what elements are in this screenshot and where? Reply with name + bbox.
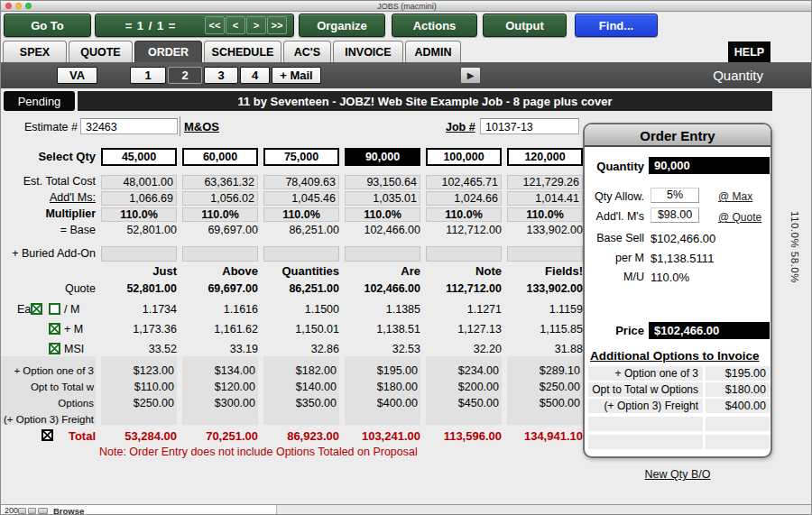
find-button[interactable]: Find... xyxy=(575,14,658,37)
module-tab-bar: SPEX QUOTE ORDER SCHEDULE AC'S INVOICE A… xyxy=(1,39,812,62)
oe-addl-ms-field[interactable]: $98.00 xyxy=(651,207,699,223)
est-total-cost-cell-5: 121,729.26 xyxy=(507,175,583,189)
status-toggle-icon[interactable] xyxy=(38,508,48,514)
oe-price-field[interactable]: $102,466.00 xyxy=(649,322,770,339)
per-m-cell-0: 1.1734 xyxy=(101,303,177,316)
multiplier-cell-2[interactable]: 110.0% xyxy=(263,207,339,222)
at-quote-link[interactable]: @ Quote xyxy=(718,211,761,224)
option2-row: $110.00$120.00$140.00$180.00$200.00$250.… xyxy=(1,379,592,395)
column-header-3: Are xyxy=(345,264,420,278)
estimate-number-field[interactable]: 32463 xyxy=(80,118,178,134)
per-m-cell-3: 1.1385 xyxy=(345,303,420,316)
first-record-button[interactable]: << xyxy=(205,16,225,34)
page-3-button[interactable]: 3 xyxy=(204,67,238,84)
buried-addon-cell-1[interactable] xyxy=(182,246,258,262)
option2-cell-5: $250.00 xyxy=(507,379,583,395)
msi-checkbox[interactable] xyxy=(49,343,60,354)
option3-cell-2: $350.00 xyxy=(263,395,339,411)
qty-option-1[interactable]: 60,000 xyxy=(182,148,258,166)
help-button[interactable]: HELP xyxy=(728,41,770,62)
quote-cell-0: 52,801.00 xyxy=(101,282,177,295)
option1-cell-5: $289.10 xyxy=(507,363,583,379)
quantity-mode-label: Quantity xyxy=(713,68,763,83)
option3-cell-5: $500.00 xyxy=(507,395,583,411)
per-m-checkbox[interactable] xyxy=(49,303,60,315)
buried-addon-cell-0[interactable] xyxy=(101,246,177,262)
play-button[interactable]: ▶ xyxy=(460,67,481,84)
multiplier-cell-5[interactable]: 110.0% xyxy=(507,207,583,222)
mos-link[interactable]: M&OS xyxy=(184,120,219,133)
multiplier-cell-1[interactable]: 110.0% xyxy=(182,207,258,222)
oe-option5-label xyxy=(588,435,703,449)
mode-selector[interactable]: Browse xyxy=(53,506,84,515)
go-to-button[interactable]: Go To xyxy=(4,14,91,37)
tab-admin[interactable]: ADMIN xyxy=(405,41,461,62)
at-max-link[interactable]: @ Max xyxy=(718,190,752,203)
qty-option-3[interactable]: 90,000 xyxy=(345,148,420,166)
qty-option-5[interactable]: 120,000 xyxy=(507,148,583,166)
qty-option-2[interactable]: 75,000 xyxy=(263,148,339,166)
page-1-button[interactable]: 1 xyxy=(130,67,166,84)
total-cell-3: 103,241.00 xyxy=(345,429,420,443)
actions-button[interactable]: Actions xyxy=(392,14,477,37)
option3-cell-4: $450.00 xyxy=(426,395,502,411)
multiplier-cell-0[interactable]: 110.0% xyxy=(101,207,177,222)
buried-addon-cell-2[interactable] xyxy=(263,246,339,262)
plus-m-cell-2: 1,150.01 xyxy=(263,323,339,336)
buried-addon-cell-5[interactable] xyxy=(507,246,583,262)
qty-option-4[interactable]: 100,000 xyxy=(426,148,502,166)
estimate-number-label: Estimate # xyxy=(1,121,78,133)
job-title-bar: 11 by Seventeen - JOBZ! Web Site Example… xyxy=(78,91,772,111)
column-header-2: Quantities xyxy=(263,264,339,278)
job-number-link[interactable]: Job # xyxy=(446,121,475,133)
per-m-cell-1: 1.1616 xyxy=(182,303,258,316)
oe-quantity-field[interactable]: 90,000 xyxy=(649,157,770,174)
total-row: Total 53,284.0070,251.0086,923.00103,241… xyxy=(1,429,592,443)
plus-m-cell-3: 1,138.51 xyxy=(345,323,420,336)
tab-order[interactable]: ORDER xyxy=(134,41,202,62)
mail-button[interactable]: + Mail xyxy=(272,67,321,84)
select-qty-row: Select Qty 45,00060,00075,00090,000100,0… xyxy=(1,148,592,166)
addl-ms-label[interactable]: Add'l Ms: xyxy=(1,191,96,204)
total-checkbox[interactable] xyxy=(42,429,53,441)
multiplier-cell-3[interactable]: 110.0% xyxy=(345,207,420,222)
additional-options-header: Additional Options to Invoice xyxy=(590,349,760,363)
zoom-level[interactable]: 200 xyxy=(5,506,18,515)
next-record-button[interactable]: > xyxy=(246,16,266,34)
job-number-field[interactable]: 10137-13 xyxy=(480,118,579,134)
tab-spex[interactable]: SPEX xyxy=(3,41,67,62)
option3-label: (+ Option 3) Freight xyxy=(1,411,96,428)
tab-acs[interactable]: AC'S xyxy=(283,41,331,62)
qty-option-0[interactable]: 45,000 xyxy=(101,148,177,166)
va-button[interactable]: VA xyxy=(57,67,97,84)
zoom-in-icon[interactable] xyxy=(28,508,36,514)
buried-addon-cell-3[interactable] xyxy=(345,246,420,262)
plus-m-checkbox[interactable] xyxy=(49,323,60,335)
page-2-button[interactable]: 2 xyxy=(168,67,202,84)
multiplier-cell-4[interactable]: 110.0% xyxy=(426,207,502,222)
zoom-out-icon[interactable] xyxy=(18,508,26,514)
organize-button[interactable]: Organize xyxy=(299,14,385,37)
last-record-button[interactable]: >> xyxy=(267,16,287,34)
option2-cell-4: $200.00 xyxy=(426,379,502,395)
column-header-row: JustAboveQuantitiesAreNoteFields! xyxy=(1,264,592,278)
tab-invoice[interactable]: INVOICE xyxy=(333,41,403,62)
page-4-button[interactable]: 4 xyxy=(240,67,270,84)
quote-row: Quote 52,801.0069,697.0086,251.00102,466… xyxy=(1,282,592,295)
ea-checkbox[interactable] xyxy=(31,303,42,315)
buried-addon-cell-4[interactable] xyxy=(426,246,502,262)
plus-m-cell-5: 1,115.85 xyxy=(507,323,583,336)
tab-schedule[interactable]: SCHEDULE xyxy=(204,41,281,62)
quote-cell-1: 69,697.00 xyxy=(182,282,258,295)
new-qty-bo-link[interactable]: New Qty B/O xyxy=(583,468,772,481)
option1-cell-1: $134.00 xyxy=(182,363,258,379)
oe-option5-value xyxy=(706,435,770,449)
output-button[interactable]: Output xyxy=(483,14,567,37)
previous-record-button[interactable]: < xyxy=(226,16,245,34)
record-nav-panel: = 1 / 1 = << < > >> xyxy=(95,14,294,37)
msi-label: MSI xyxy=(64,343,84,355)
status-badge[interactable]: Pending xyxy=(4,91,75,111)
est-total-cost-cell-1: 63,361.32 xyxy=(182,175,258,189)
tab-quote[interactable]: QUOTE xyxy=(69,41,133,62)
oe-qty-allow-field[interactable]: 5% xyxy=(651,188,699,203)
